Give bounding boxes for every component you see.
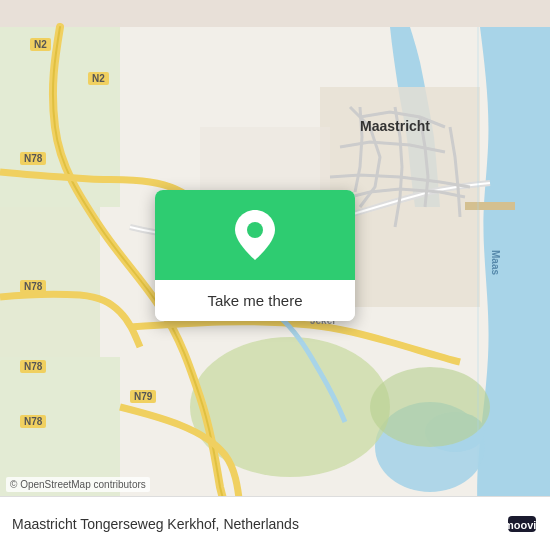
svg-point-6 [190, 337, 390, 477]
road-label-n78-3: N78 [20, 360, 46, 373]
svg-rect-4 [0, 207, 100, 357]
svg-point-7 [370, 367, 490, 447]
svg-rect-10 [465, 202, 515, 210]
road-label-n2-1: N2 [30, 38, 51, 51]
city-label-maastricht: Maastricht [360, 118, 430, 134]
road-label-n78-4: N78 [20, 415, 46, 428]
moovit-logo-icon: moovit [506, 508, 538, 540]
svg-text:moovit: moovit [506, 519, 538, 531]
map-container: N2 N2 N78 N78 N78 N78 N278 N79 Jeker Maa… [0, 0, 550, 550]
road-label-n78-1: N78 [20, 152, 46, 165]
navigation-card: Take me there [155, 190, 355, 321]
road-label-maas: Maas [490, 250, 501, 275]
location-pin-icon [235, 210, 275, 260]
osm-attribution: © OpenStreetMap contributors [6, 477, 150, 492]
bottom-bar: Maastricht Tongerseweg Kerkhof, Netherla… [0, 496, 550, 550]
card-green-header [155, 190, 355, 280]
road-label-n79: N79 [130, 390, 156, 403]
moovit-logo: moovit [506, 508, 538, 540]
svg-point-11 [247, 222, 263, 238]
road-label-n2-2: N2 [88, 72, 109, 85]
location-text: Maastricht Tongerseweg Kerkhof, Netherla… [12, 516, 299, 532]
take-me-there-button[interactable]: Take me there [155, 280, 355, 321]
road-label-n78-2: N78 [20, 280, 46, 293]
